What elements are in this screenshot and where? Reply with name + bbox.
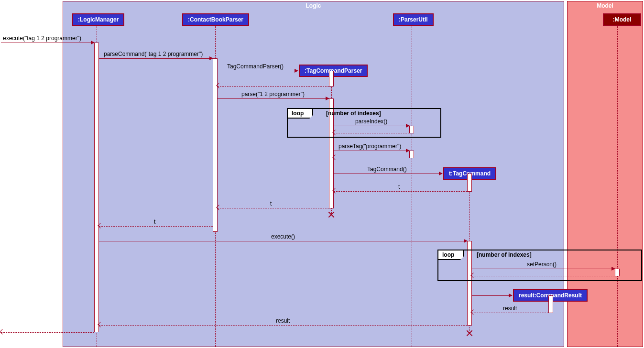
msg-return-result2-label: result [276, 317, 290, 324]
msg-parse-tag-return [334, 158, 409, 158]
command-result-activation [548, 295, 553, 313]
msg-final-return [1, 332, 94, 333]
contact-book-parser-participant: :ContactBookParser [182, 13, 249, 26]
arrow-icon [439, 172, 443, 175]
arrow-icon [406, 124, 410, 128]
msg-parse-tag: parseTag("programmer") [334, 151, 409, 151]
destroy-icon [466, 329, 473, 337]
msg-return-t1: t [334, 191, 467, 192]
arrow-icon [509, 294, 513, 297]
arrow-icon [611, 267, 615, 271]
msg-parse-index-return [334, 133, 409, 133]
parser-util-lifeline [412, 26, 412, 347]
msg-set-person-return [472, 276, 615, 276]
msg-tag-cmd-parser-create: TagCommandParser() [218, 71, 298, 71]
destroy-icon [327, 210, 335, 218]
arrow-icon [464, 239, 468, 243]
msg-parse-index: parseIndex() [334, 126, 409, 126]
arrow-icon [326, 97, 329, 100]
arrow-icon [209, 56, 213, 60]
arrow-icon [0, 329, 5, 334]
msg-set-person-label: setPerson() [527, 261, 557, 268]
msg-return-t2-label: t [270, 200, 272, 207]
msg-tag-command-create-label: TagCommand() [367, 166, 407, 173]
msg-tag-cmd-parser-create-label: TagCommandParser() [227, 63, 284, 70]
msg-execute2: execute() [99, 241, 467, 241]
tag-command-parser-act1 [329, 71, 334, 87]
msg-return-t3-label: t [154, 218, 155, 225]
msg-set-person: setPerson() [472, 269, 615, 269]
msg-execute-in-label: execute("tag 1 2 programmer") [3, 35, 81, 42]
msg-execute-in: execute("tag 1 2 programmer") [1, 43, 94, 43]
msg-return-result2: result [99, 325, 467, 326]
tag-command-activation [467, 174, 472, 192]
msg-parse-tag-label: parseTag("programmer") [338, 143, 401, 150]
msg-return-t2: t [218, 208, 329, 208]
msg-parse: parse("1 2 programmer") [218, 98, 329, 99]
logic-frame-title: Logic [306, 1, 321, 10]
msg-parse-index-label: parseIndex() [355, 118, 387, 125]
msg-return-result1: result [472, 313, 548, 313]
model-participant: :Model [603, 13, 641, 26]
logic-manager-activation [94, 43, 99, 332]
arrow-icon [406, 149, 410, 152]
msg-command-result-create [472, 295, 512, 296]
msg-return-t1-label: t [398, 184, 400, 190]
msg-parse-label: parse("1 2 programmer") [241, 91, 305, 98]
msg-parse-command-label: parseCommand("tag 1 2 programmer") [104, 51, 203, 57]
msg-return-t3: t [99, 226, 213, 227]
model-lifeline [617, 26, 618, 347]
model-frame-title: Model [597, 1, 613, 10]
arrow-icon [91, 41, 95, 44]
loop-2-guard: [number of indexes] [477, 251, 532, 258]
msg-tag-cmd-parser-return [218, 86, 329, 87]
msg-parse-command: parseCommand("tag 1 2 programmer") [99, 58, 213, 59]
arrow-icon [295, 69, 298, 73]
loop-2-label: loop [438, 250, 464, 260]
logic-manager-participant: :LogicManager [72, 13, 124, 26]
loop-1-label: loop [288, 109, 313, 119]
loop-1-guard: [number of indexes] [326, 110, 381, 117]
msg-tag-command-create: TagCommand() [334, 174, 442, 174]
parser-util-act2 [409, 151, 414, 158]
msg-return-result1-label: result [503, 305, 517, 312]
parser-util-participant: :ParserUtil [393, 13, 434, 26]
msg-execute2-label: execute() [271, 233, 295, 240]
